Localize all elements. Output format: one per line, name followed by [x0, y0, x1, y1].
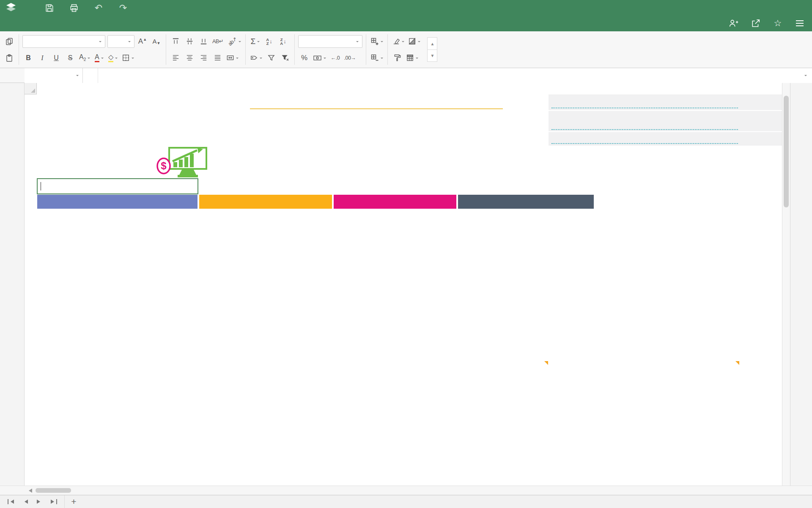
increase-decimal-button[interactable]: .00→	[343, 52, 357, 64]
kpi-total-income-value	[37, 195, 198, 209]
percent-style-button[interactable]: %	[298, 52, 310, 64]
align-middle-button[interactable]	[184, 35, 195, 48]
style-gallery-down-button[interactable]: ▼	[428, 50, 437, 61]
underline-button[interactable]: U	[50, 52, 62, 64]
italic-button[interactable]: I	[36, 52, 48, 64]
vertical-scrollbar-thumb[interactable]	[784, 96, 789, 207]
strikethrough-button[interactable]: S	[64, 52, 76, 64]
kpi-total-gross-margin-value	[334, 195, 456, 209]
home-toolbar: A▲ A▼ B I U S A2 A ◇ AB↵ ab↗	[0, 31, 812, 68]
scroll-left-icon[interactable]	[25, 487, 34, 494]
align-center-button[interactable]	[184, 52, 195, 64]
align-bottom-button[interactable]	[198, 35, 209, 48]
increase-font-button[interactable]: A▲	[137, 35, 148, 48]
line-chart-object[interactable]	[466, 218, 735, 317]
filter-button[interactable]	[265, 52, 277, 64]
autosum-button[interactable]: Σ	[249, 35, 261, 48]
menu-right-icons: ☆	[727, 17, 806, 30]
highlight-color-button[interactable]: ◇	[107, 52, 119, 64]
save-button[interactable]	[42, 2, 57, 14]
cells-group	[370, 35, 384, 65]
pie-chart	[133, 240, 237, 299]
add-user-icon[interactable]	[727, 17, 740, 30]
hamburger-menu-icon[interactable]	[793, 17, 806, 30]
named-ranges-button[interactable]	[249, 52, 263, 64]
comment-indicator[interactable]	[735, 361, 739, 365]
left-panel-rail	[0, 83, 25, 486]
insert-function-icon[interactable]	[83, 68, 98, 83]
quick-access-toolbar: ↶ ↷	[42, 2, 130, 14]
horizontal-scrollbar-thumb[interactable]	[36, 488, 71, 493]
text-caret	[41, 182, 41, 190]
clear-button[interactable]	[391, 35, 405, 48]
phone-underline	[333, 108, 416, 109]
font-color-button[interactable]: A	[93, 52, 105, 64]
company-logo-icon: $	[156, 147, 212, 178]
print-button[interactable]	[67, 2, 81, 14]
merge-center-button[interactable]	[225, 52, 239, 64]
wrap-text-button[interactable]: AB↵	[211, 35, 225, 48]
comment-indicator[interactable]	[544, 361, 548, 365]
font-name-select[interactable]	[22, 35, 105, 48]
conditional-format-button[interactable]	[407, 35, 421, 48]
paste-button[interactable]	[3, 52, 15, 64]
style-gallery-up-button[interactable]: ▲	[428, 38, 437, 50]
editing-group	[391, 35, 421, 65]
collapse-formula-bar-button[interactable]	[798, 68, 812, 83]
first-sheet-button[interactable]	[3, 499, 18, 504]
alignment-group: AB↵ ab↗	[170, 35, 242, 65]
delete-cells-button[interactable]	[370, 52, 384, 64]
name-box[interactable]	[25, 68, 83, 83]
clear-filter-button[interactable]	[279, 52, 291, 64]
undo-button[interactable]: ↶	[91, 2, 106, 14]
header-white-area	[37, 94, 549, 146]
svg-text:$: $	[161, 160, 167, 171]
redo-button[interactable]: ↷	[116, 2, 130, 14]
font-group: A▲ A▼ B I U S A2 A ◇	[22, 35, 162, 65]
project-date-underline	[551, 143, 738, 144]
text-orientation-button[interactable]: ab↗	[227, 35, 242, 48]
align-right-button[interactable]	[198, 52, 209, 64]
status-bar: +	[0, 495, 812, 508]
decrease-font-button[interactable]: A▼	[151, 35, 162, 48]
open-file-location-icon[interactable]	[749, 17, 762, 30]
previous-sheet-button[interactable]	[18, 500, 32, 504]
copy-button[interactable]	[3, 35, 15, 48]
copy-style-button[interactable]	[391, 52, 403, 64]
project-manager-underline	[551, 129, 738, 130]
horizontal-scrollbar[interactable]	[0, 486, 812, 495]
next-sheet-button[interactable]	[32, 500, 47, 504]
menu-bar: ☆	[0, 16, 812, 31]
number-group: % ←.0 .00→	[298, 35, 362, 65]
sort-descending-button[interactable]: ZA↓	[277, 35, 289, 48]
right-panel-rail	[790, 83, 812, 486]
brand	[0, 3, 19, 14]
decrease-decimal-button[interactable]: ←.0	[329, 52, 341, 64]
formula-input[interactable]	[98, 68, 798, 83]
onlyoffice-spreadsheet-app: ↶ ↷ ☆	[0, 0, 812, 508]
subscript-button[interactable]: A2	[78, 52, 91, 64]
select-all-corner[interactable]	[25, 83, 37, 94]
favorites-star-icon[interactable]: ☆	[771, 17, 784, 30]
justify-button[interactable]	[211, 52, 223, 64]
last-sheet-button[interactable]	[47, 499, 61, 504]
formula-bar	[0, 68, 812, 83]
add-sheet-button[interactable]: +	[64, 495, 83, 508]
sort-ascending-button[interactable]: AZ↓	[263, 35, 275, 48]
number-format-select[interactable]	[298, 35, 362, 48]
vertical-scrollbar[interactable]	[782, 83, 790, 486]
format-as-table-button[interactable]	[405, 52, 419, 64]
align-top-button[interactable]	[170, 35, 181, 48]
currency-style-button[interactable]	[312, 52, 327, 64]
insert-cells-button[interactable]	[370, 35, 384, 48]
divider	[549, 110, 782, 111]
font-size-select[interactable]	[107, 35, 134, 48]
bold-button[interactable]: B	[22, 52, 34, 64]
borders-button[interactable]	[121, 52, 135, 64]
function-group: Σ AZ↓ ZA↓	[249, 35, 291, 65]
title-bar: ↶ ↷	[0, 0, 812, 16]
active-cell-editor[interactable]	[37, 178, 198, 194]
align-left-button[interactable]	[170, 52, 181, 64]
clipboard-group	[3, 35, 15, 65]
bar-chart-object[interactable]	[269, 220, 464, 316]
